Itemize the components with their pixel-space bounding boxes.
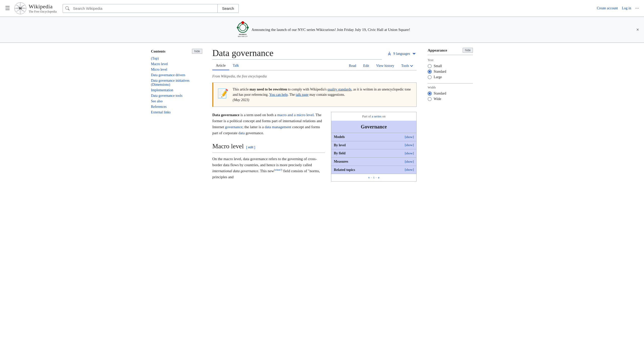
translate-icon: [387, 51, 392, 56]
infobox-e-link[interactable]: e: [378, 176, 379, 179]
infobox-show-by-level[interactable]: [show]: [405, 143, 414, 147]
tab-view-history[interactable]: View history: [373, 62, 398, 70]
toc-title: Contents: [151, 49, 166, 54]
infobox-series-link[interactable]: a series: [372, 114, 382, 118]
svg-text:W: W: [19, 7, 22, 10]
intl-data-governance-term: international data governance: [212, 169, 258, 173]
tab-read[interactable]: Read: [345, 62, 360, 70]
quality-warning-box: 📝 This article may need to be rewritten …: [212, 82, 417, 107]
macro-micro-link[interactable]: macro and a micro level: [277, 113, 314, 117]
text-size-standard-option[interactable]: Standard: [428, 70, 473, 74]
site-name: Wikipedia: [29, 3, 57, 10]
more-options-button[interactable]: ···: [635, 6, 639, 11]
infobox-label-models: Models: [334, 134, 405, 140]
tabs-right: Read Edit View history Tools: [345, 62, 417, 70]
infobox-footer: v · t · e: [331, 174, 416, 181]
width-standard-option[interactable]: Standard: [428, 92, 473, 96]
search-input[interactable]: [72, 4, 217, 13]
infobox-label-measures: Measures: [334, 159, 405, 164]
when-superscript: [when?]: [274, 168, 282, 171]
text-size-standard-radio: [428, 70, 432, 74]
text-size-large-option[interactable]: Large: [428, 75, 473, 79]
text-size-small-label: Small: [434, 64, 442, 68]
infobox-show-measures[interactable]: [show]: [405, 159, 414, 164]
data-management-link[interactable]: data management: [265, 125, 291, 129]
create-account-link[interactable]: Create account: [597, 6, 618, 10]
toc-link-references[interactable]: References: [151, 105, 167, 109]
text-size-standard-label: Standard: [434, 70, 446, 74]
toc-item-references: References: [151, 104, 202, 110]
macro-level-edit-link[interactable]: edit: [248, 145, 253, 149]
log-in-link[interactable]: Log in: [622, 6, 631, 10]
toc-item-tools: Data governance tools: [151, 93, 202, 99]
toc-link-see-also[interactable]: See also: [151, 99, 163, 103]
toc-item-initiatives: Data governance initiatives (Dimensions): [151, 78, 202, 87]
article-source-line: From Wikipedia, the free encyclopedia: [212, 74, 417, 78]
infobox-title: Governance: [331, 121, 416, 133]
toc-header: Contents hide: [151, 49, 202, 54]
toc-link-external[interactable]: External links: [151, 110, 171, 114]
toc-item-see-also: See also: [151, 99, 202, 104]
tab-article[interactable]: Article: [212, 62, 229, 70]
appearance-panel: Appearance hide Text Small Standard Larg…: [423, 43, 473, 187]
site-logo-link[interactable]: W Wikipedia The Free Encyclopedia: [14, 2, 57, 15]
macro-level-heading: Macro level [ edit ]: [212, 141, 325, 153]
tab-edit[interactable]: Edit: [360, 62, 373, 70]
quality-standards-link[interactable]: quality standards: [328, 87, 351, 91]
toc-link-drivers[interactable]: Data governance drivers: [151, 73, 185, 77]
article-subject-bold: Data governance: [212, 113, 239, 117]
infobox-header: Part of a series on: [331, 112, 416, 121]
infobox-label-by-field: By field: [334, 151, 405, 156]
infobox-label-related: Related topics: [334, 167, 405, 172]
macro-level-edit-wrapper: [ edit ]: [246, 145, 255, 150]
infobox-show-by-field[interactable]: [show]: [405, 151, 414, 156]
text-size-label: Text: [428, 58, 473, 62]
width-standard-radio: [428, 92, 432, 96]
language-count: 9 languages: [393, 52, 410, 56]
governance-link[interactable]: governance: [225, 125, 242, 129]
appearance-title: Appearance: [428, 48, 447, 53]
site-header: ☰ W Wikipedia The Free Encyclopedia: [0, 0, 644, 17]
appearance-hide-button[interactable]: hide: [463, 48, 473, 53]
toc-link-initiatives[interactable]: Data governance initiatives (Dimensions): [151, 79, 189, 86]
toc-link-tools[interactable]: Data governance tools: [151, 94, 182, 98]
talk-page-link[interactable]: talk page: [296, 93, 309, 97]
toc-link-micro[interactable]: Micro level: [151, 68, 167, 71]
infobox-show-related[interactable]: [show]: [405, 167, 414, 172]
hamburger-menu[interactable]: ☰: [5, 5, 10, 12]
chevron-down-icon: [412, 51, 417, 56]
search-button[interactable]: Search: [217, 4, 239, 13]
toc-hide-button[interactable]: hide: [192, 49, 202, 54]
toc-link-implementation[interactable]: Implementation: [151, 88, 173, 92]
article-title-row: Data governance 9 languages: [212, 48, 417, 60]
width-label: Width: [428, 85, 473, 89]
width-wide-radio: [428, 97, 432, 101]
toc-link-top[interactable]: (Top): [151, 57, 159, 60]
infobox-t-link[interactable]: t: [374, 176, 374, 179]
infobox-show-models[interactable]: [show]: [405, 135, 414, 139]
banner-close-button[interactable]: ×: [636, 27, 639, 32]
article-main: Data governance 9 languages Article Talk…: [206, 43, 423, 187]
header-actions: Create account Log in ···: [597, 6, 639, 11]
data-link[interactable]: data: [238, 131, 245, 135]
you-can-help-link[interactable]: You can help: [269, 93, 288, 97]
language-selector[interactable]: 9 languages: [387, 51, 417, 56]
tab-tools[interactable]: Tools: [398, 62, 417, 70]
tab-talk[interactable]: Talk: [229, 62, 243, 70]
width-section: Width Standard Wide: [428, 85, 473, 101]
toc-item-macro: Macro level: [151, 61, 202, 67]
search-icon: [63, 4, 72, 13]
infobox-row-models: Models [show]: [331, 133, 416, 141]
width-standard-label: Standard: [434, 92, 446, 96]
infobox-v-link[interactable]: v: [368, 176, 370, 179]
width-wide-label: Wide: [434, 97, 441, 101]
chevron-down-icon: [410, 64, 413, 67]
when-link[interactable]: when?: [275, 168, 281, 171]
infobox-row-related: Related topics [show]: [331, 166, 416, 174]
toc-item-drivers: Data governance drivers: [151, 72, 202, 78]
width-wide-option[interactable]: Wide: [428, 97, 473, 101]
toc-link-macro[interactable]: Macro level: [151, 62, 168, 66]
warning-date: (May 2023): [233, 98, 249, 102]
infobox-row-by-field: By field [show]: [331, 149, 416, 157]
text-size-small-option[interactable]: Small: [428, 64, 473, 68]
